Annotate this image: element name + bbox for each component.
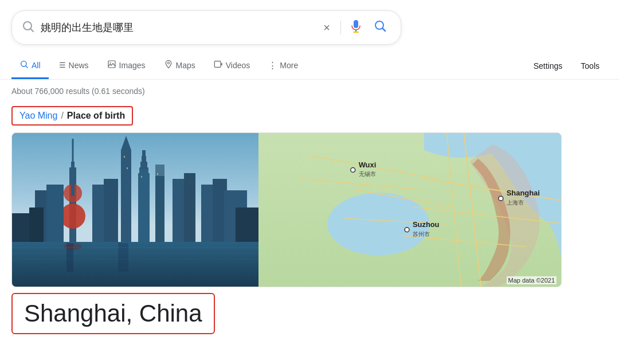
search-box: × — [11, 10, 401, 45]
svg-text:Wuxi: Wuxi — [359, 161, 377, 169]
knowledge-card: Yao Ming / Place of birth — [11, 106, 573, 334]
tab-videos-label: Videos — [226, 61, 250, 70]
images-icon — [107, 60, 116, 71]
search-submit-button[interactable] — [369, 17, 391, 38]
svg-rect-17 — [71, 229, 75, 242]
map-area[interactable]: Wuxi 无锡市 Shanghai 上海市 Suzhou 苏州市 Map dat… — [258, 133, 561, 287]
search-bar-area: × — [0, 0, 619, 53]
svg-rect-6 — [108, 61, 115, 68]
tab-maps-label: Maps — [176, 61, 195, 70]
svg-point-7 — [109, 62, 111, 64]
svg-point-64 — [499, 196, 503, 201]
tab-images[interactable]: Images — [99, 53, 154, 79]
city-photo — [12, 133, 258, 287]
svg-text:上海市: 上海市 — [507, 199, 524, 206]
tab-all[interactable]: All — [11, 53, 49, 79]
maps-icon — [164, 60, 173, 71]
mic-icon[interactable] — [349, 19, 363, 36]
videos-icon — [214, 60, 223, 71]
svg-rect-25 — [142, 150, 146, 159]
answer-box: Shanghai, China — [11, 293, 215, 334]
google-search-icon — [21, 19, 35, 36]
svg-rect-16 — [71, 162, 75, 196]
svg-text:无锡市: 无锡市 — [359, 171, 376, 177]
more-icon: ⋮ — [268, 60, 277, 71]
svg-text:苏州市: 苏州市 — [413, 231, 430, 237]
svg-rect-39 — [236, 208, 258, 242]
svg-rect-9 — [214, 61, 221, 68]
svg-point-8 — [167, 62, 169, 64]
svg-point-67 — [405, 228, 409, 232]
tab-all-label: All — [32, 61, 41, 70]
breadcrumb-link[interactable]: Yao Ming — [19, 111, 57, 121]
breadcrumb-current: Place of birth — [67, 111, 125, 121]
news-icon: ☰ — [59, 61, 66, 69]
svg-text:Suzhou: Suzhou — [413, 220, 440, 229]
tools-link[interactable]: Tools — [573, 54, 608, 77]
svg-rect-21 — [138, 173, 150, 242]
svg-rect-12 — [12, 242, 258, 287]
breadcrumb-sep: / — [61, 111, 63, 121]
svg-rect-27 — [155, 165, 164, 176]
breadcrumb: Yao Ming / Place of birth — [11, 106, 133, 126]
tab-more-label: More — [280, 61, 298, 70]
tab-news-label: News — [69, 61, 89, 70]
all-icon — [19, 60, 29, 71]
svg-rect-38 — [29, 208, 44, 242]
svg-rect-31 — [104, 179, 118, 242]
svg-point-61 — [351, 168, 355, 173]
settings-link[interactable]: Settings — [526, 54, 571, 77]
svg-rect-43 — [157, 173, 158, 175]
map-data-label: Map data ©2021 — [507, 276, 557, 284]
media-container: Wuxi 无锡市 Shanghai 上海市 Suzhou 苏州市 Map dat… — [11, 132, 562, 287]
svg-line-5 — [26, 66, 28, 68]
svg-point-45 — [64, 243, 82, 250]
tab-images-label: Images — [119, 61, 146, 70]
svg-rect-26 — [155, 165, 164, 242]
tab-videos[interactable]: Videos — [206, 53, 258, 79]
svg-line-1 — [31, 29, 34, 32]
svg-rect-19 — [121, 150, 131, 242]
svg-text:Shanghai: Shanghai — [507, 189, 540, 197]
tab-maps[interactable]: Maps — [156, 53, 203, 79]
svg-rect-37 — [12, 213, 32, 242]
clear-icon[interactable]: × — [321, 19, 332, 37]
tab-news[interactable]: ☰ News — [51, 54, 97, 79]
svg-rect-40 — [124, 156, 125, 158]
svg-rect-29 — [46, 185, 64, 242]
svg-rect-42 — [141, 176, 142, 178]
tab-more[interactable]: ⋮ More — [260, 53, 306, 79]
search-input[interactable] — [41, 22, 315, 34]
svg-line-3 — [383, 29, 386, 32]
svg-point-15 — [60, 203, 85, 229]
nav-tabs: All ☰ News Images Maps Videos ⋮ More Set… — [0, 53, 619, 80]
nav-right: Settings Tools — [526, 54, 608, 77]
svg-rect-33 — [184, 173, 195, 242]
results-count: About 766,000 results (0.61 seconds) — [0, 80, 619, 100]
answer-text: Shanghai, China — [24, 300, 202, 327]
svg-rect-41 — [127, 167, 128, 169]
